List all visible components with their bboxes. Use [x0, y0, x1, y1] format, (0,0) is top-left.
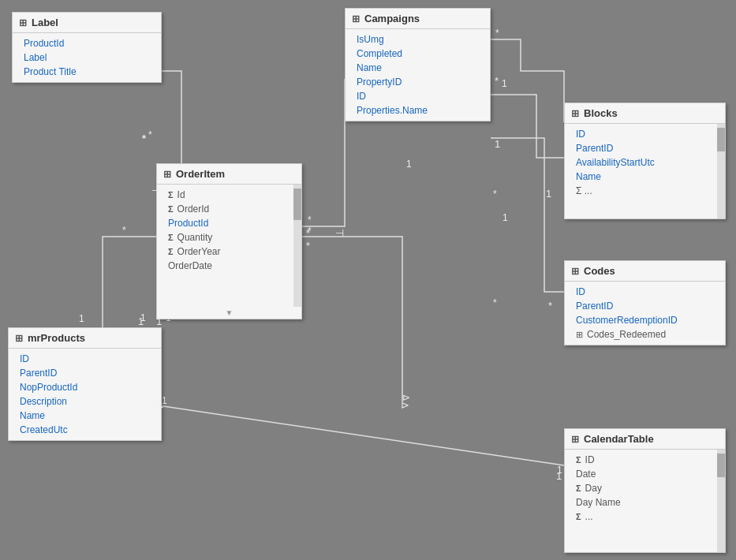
field-orderyear: Σ OrderYear	[157, 245, 301, 259]
field-id-campaigns: ID	[346, 89, 490, 103]
cardinality-arrow-down: ⊳	[401, 399, 409, 411]
table-blocks-title: Blocks	[584, 107, 618, 119]
cardinality-star-1: *	[142, 133, 146, 144]
svg-text:1: 1	[406, 159, 412, 170]
cal-scrollbar[interactable]	[717, 450, 725, 552]
field-product-title: Product Title	[13, 65, 161, 79]
field-id-cal: Σ ID	[565, 453, 725, 467]
cardinality-star-2: *	[306, 227, 310, 239]
svg-text:*: *	[122, 225, 126, 236]
field-description: Description	[9, 394, 161, 409]
cardinality-rect-1: ⊣	[335, 227, 344, 239]
table-label-header: ⊞ Label	[13, 13, 161, 33]
scroll-indicator: ▼	[157, 307, 301, 319]
table-mrproducts-title: mrProducts	[28, 332, 85, 344]
field-parentid-blocks: ParentID	[565, 141, 725, 155]
field-day-cal: Σ Day	[565, 481, 725, 495]
field-orderdate: OrderDate	[157, 259, 301, 273]
cardinality-1-a: 1	[495, 138, 500, 150]
field-name: Name	[346, 61, 490, 75]
table-grid-icon4: ⊞	[571, 108, 579, 119]
table-blocks-body: ID ParentID AvailabilityStartUtc Name Σ …	[565, 124, 725, 218]
table-blocks[interactable]: ⊞ Blocks ID ParentID AvailabilityStartUt…	[564, 103, 726, 219]
field-codes-redeemed: ⊞ Codes_Redeemed	[565, 327, 725, 342]
table-mrproducts-body: ID ParentID NopProductId Description Nam…	[9, 349, 161, 440]
table-calendartable-title: CalendarTable	[584, 433, 654, 445]
table-mrproducts[interactable]: ⊞ mrProducts ID ParentID NopProductId De…	[8, 327, 162, 441]
table-grid-icon7: ⊞	[571, 434, 579, 445]
cardinality-1-cal: 1	[556, 470, 562, 482]
table-mrproducts-header: ⊞ mrProducts	[9, 328, 161, 349]
table-campaigns-body: IsUmg Completed Name PropertyID ID Prope…	[346, 29, 490, 121]
table-orderitem-body: Σ Id Σ OrderId ProductId Σ Quantity Σ Or…	[157, 185, 301, 307]
svg-text:1: 1	[79, 313, 84, 324]
cardinality-star-4: *	[495, 75, 499, 87]
field-date-cal: Date	[565, 467, 725, 481]
table-label-title: Label	[32, 17, 58, 28]
table-campaigns-header: ⊞ Campaigns	[346, 9, 490, 29]
field-name-blocks: Name	[565, 170, 725, 184]
field-completed: Completed	[346, 47, 490, 61]
field-orderid: Σ OrderId	[157, 202, 301, 216]
table-grid-icon3: ⊞	[163, 169, 171, 180]
cal-scrollbar-thumb	[717, 454, 725, 477]
table-small-icon: ⊞	[576, 330, 583, 340]
field-more-blocks: Σ ...	[565, 184, 725, 198]
table-orderitem-header: ⊞ OrderItem	[157, 164, 301, 185]
svg-text:*: *	[148, 129, 152, 140]
blocks-scrollbar[interactable]	[717, 124, 725, 218]
table-grid-icon6: ⊞	[571, 266, 579, 277]
field-parentid-mrp: ParentID	[9, 366, 161, 380]
table-blocks-header: ⊞ Blocks	[565, 103, 725, 124]
field-id-mrp: ID	[9, 352, 161, 366]
table-campaigns-title: Campaigns	[364, 13, 420, 24]
cardinality-star-5: *	[548, 300, 552, 312]
field-nopproductid: NopProductId	[9, 380, 161, 394]
svg-text:*: *	[308, 215, 312, 226]
table-calendartable[interactable]: ⊞ CalendarTable Σ ID Date Σ Day Day Name…	[564, 428, 726, 553]
svg-text:*: *	[493, 297, 497, 308]
table-codes-body: ID ParentID CustomerRedemptionID ⊞ Codes…	[565, 282, 725, 345]
table-calendartable-body: Σ ID Date Σ Day Day Name Σ ...	[565, 450, 725, 552]
table-grid-icon2: ⊞	[352, 13, 360, 24]
table-orderitem[interactable]: ⊞ OrderItem Σ Id Σ OrderId ProductId Σ Q…	[156, 163, 302, 319]
table-grid-icon: ⊞	[19, 17, 27, 28]
field-customerredemption: CustomerRedemptionID	[565, 313, 725, 327]
field-label: Label	[13, 50, 161, 65]
cardinality-1-mrp: 1	[158, 398, 163, 410]
table-orderitem-title: OrderItem	[176, 168, 225, 180]
svg-text:1: 1	[502, 78, 507, 89]
field-parentid-codes: ParentID	[565, 299, 725, 313]
field-id-blocks: ID	[565, 127, 725, 141]
field-propertyid: PropertyID	[346, 75, 490, 89]
field-dayname-cal: Day Name	[565, 495, 725, 510]
field-more-cal: Σ ...	[565, 510, 725, 524]
table-codes[interactable]: ⊞ Codes ID ParentID CustomerRedemptionID…	[564, 260, 726, 345]
field-name-mrp: Name	[9, 409, 161, 423]
svg-text:*: *	[493, 189, 497, 200]
field-id-order: Σ Id	[157, 188, 301, 202]
blocks-scrollbar-thumb	[717, 128, 725, 151]
field-productid-order: ProductId	[157, 216, 301, 230]
table-label-body: ProductId Label Product Title	[13, 33, 161, 82]
field-isumg: IsUmg	[346, 32, 490, 47]
svg-text:*: *	[495, 28, 499, 39]
cardinality-star-3: *	[306, 240, 310, 252]
orderitem-scrollbar[interactable]	[293, 185, 301, 307]
cardinality-1-left: 1	[138, 315, 144, 327]
field-quantity: Σ Quantity	[157, 230, 301, 245]
table-calendartable-header: ⊞ CalendarTable	[565, 429, 725, 450]
cardinality-1-right: 1	[156, 315, 162, 327]
svg-text:1: 1	[502, 212, 508, 223]
diagram-canvas: * ⊢ 1 1 * 1 * 1 * ⊳ * 1 * 1 * 1 1 ⊞	[0, 0, 736, 560]
field-availability: AvailabilityStartUtc	[565, 155, 725, 170]
table-codes-header: ⊞ Codes	[565, 261, 725, 282]
field-properties-name: Properties.Name	[346, 103, 490, 118]
table-grid-icon5: ⊞	[15, 333, 23, 344]
table-label[interactable]: ⊞ Label ProductId Label Product Title	[12, 12, 162, 83]
table-campaigns[interactable]: ⊞ Campaigns IsUmg Completed Name Propert…	[345, 8, 491, 121]
cardinality-1-b: 1	[546, 188, 551, 200]
field-id-codes: ID	[565, 285, 725, 299]
field-createdutc: CreatedUtc	[9, 423, 161, 437]
orderitem-scrollbar-thumb	[293, 189, 301, 220]
